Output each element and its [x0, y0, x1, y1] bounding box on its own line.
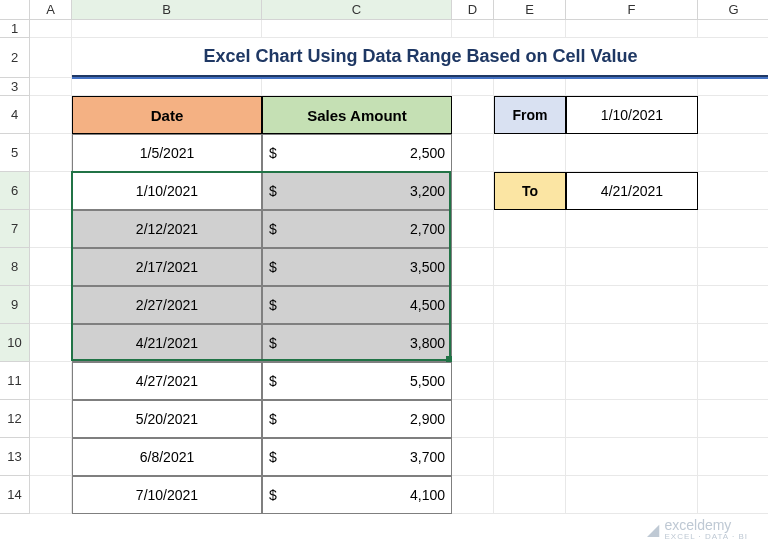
row-header-11[interactable]: 11: [0, 362, 30, 400]
empty-cell[interactable]: [494, 286, 566, 324]
column-header-B[interactable]: B: [72, 0, 262, 20]
empty-cell[interactable]: [30, 20, 72, 38]
empty-cell[interactable]: [698, 476, 768, 514]
empty-cell[interactable]: [698, 400, 768, 438]
table-row-date[interactable]: 4/27/2021: [72, 362, 262, 400]
empty-cell[interactable]: [452, 20, 494, 38]
empty-cell[interactable]: [30, 400, 72, 438]
table-row-date[interactable]: 5/20/2021: [72, 400, 262, 438]
empty-cell[interactable]: [30, 476, 72, 514]
row-header-5[interactable]: 5: [0, 134, 30, 172]
empty-cell[interactable]: [566, 248, 698, 286]
empty-cell[interactable]: [262, 20, 452, 38]
empty-cell[interactable]: [72, 78, 262, 96]
empty-cell[interactable]: [698, 324, 768, 362]
row-header-13[interactable]: 13: [0, 438, 30, 476]
table-row-date[interactable]: 2/12/2021: [72, 210, 262, 248]
row-header-10[interactable]: 10: [0, 324, 30, 362]
empty-cell[interactable]: [494, 210, 566, 248]
table-row-date[interactable]: 2/17/2021: [72, 248, 262, 286]
empty-cell[interactable]: [566, 286, 698, 324]
row-header-7[interactable]: 7: [0, 210, 30, 248]
table-row-amount[interactable]: $3,200: [262, 172, 452, 210]
empty-cell[interactable]: [30, 38, 72, 78]
row-header-12[interactable]: 12: [0, 400, 30, 438]
empty-cell[interactable]: [494, 78, 566, 96]
column-header-F[interactable]: F: [566, 0, 698, 20]
table-row-date[interactable]: 6/8/2021: [72, 438, 262, 476]
empty-cell[interactable]: [30, 134, 72, 172]
empty-cell[interactable]: [698, 210, 768, 248]
empty-cell[interactable]: [566, 20, 698, 38]
table-row-date[interactable]: 1/5/2021: [72, 134, 262, 172]
empty-cell[interactable]: [30, 362, 72, 400]
column-header-E[interactable]: E: [494, 0, 566, 20]
empty-cell[interactable]: [30, 286, 72, 324]
empty-cell[interactable]: [452, 324, 494, 362]
to-input[interactable]: 4/21/2021: [566, 172, 698, 210]
grid-corner[interactable]: [0, 0, 30, 20]
empty-cell[interactable]: [30, 438, 72, 476]
empty-cell[interactable]: [494, 438, 566, 476]
row-header-14[interactable]: 14: [0, 476, 30, 514]
table-row-date[interactable]: 4/21/2021: [72, 324, 262, 362]
table-row-amount[interactable]: $5,500: [262, 362, 452, 400]
empty-cell[interactable]: [452, 286, 494, 324]
from-input[interactable]: 1/10/2021: [566, 96, 698, 134]
row-header-3[interactable]: 3: [0, 78, 30, 96]
column-header-C[interactable]: C: [262, 0, 452, 20]
empty-cell[interactable]: [452, 248, 494, 286]
empty-cell[interactable]: [566, 438, 698, 476]
table-row-amount[interactable]: $3,700: [262, 438, 452, 476]
table-row-amount[interactable]: $2,500: [262, 134, 452, 172]
empty-cell[interactable]: [566, 476, 698, 514]
empty-cell[interactable]: [698, 20, 768, 38]
empty-cell[interactable]: [494, 476, 566, 514]
empty-cell[interactable]: [698, 362, 768, 400]
row-header-1[interactable]: 1: [0, 20, 30, 38]
table-row-amount[interactable]: $3,800: [262, 324, 452, 362]
empty-cell[interactable]: [452, 210, 494, 248]
row-header-9[interactable]: 9: [0, 286, 30, 324]
empty-cell[interactable]: [494, 134, 566, 172]
empty-cell[interactable]: [452, 172, 494, 210]
empty-cell[interactable]: [494, 20, 566, 38]
table-row-amount[interactable]: $4,100: [262, 476, 452, 514]
empty-cell[interactable]: [698, 78, 768, 96]
empty-cell[interactable]: [566, 78, 698, 96]
empty-cell[interactable]: [494, 324, 566, 362]
empty-cell[interactable]: [566, 362, 698, 400]
table-row-amount[interactable]: $2,700: [262, 210, 452, 248]
table-row-amount[interactable]: $2,900: [262, 400, 452, 438]
empty-cell[interactable]: [566, 324, 698, 362]
empty-cell[interactable]: [452, 476, 494, 514]
empty-cell[interactable]: [452, 400, 494, 438]
row-header-8[interactable]: 8: [0, 248, 30, 286]
empty-cell[interactable]: [494, 362, 566, 400]
empty-cell[interactable]: [452, 438, 494, 476]
empty-cell[interactable]: [566, 134, 698, 172]
empty-cell[interactable]: [698, 134, 768, 172]
empty-cell[interactable]: [698, 248, 768, 286]
row-header-6[interactable]: 6: [0, 172, 30, 210]
empty-cell[interactable]: [566, 210, 698, 248]
empty-cell[interactable]: [698, 286, 768, 324]
active-cell[interactable]: 1/10/2021: [72, 172, 262, 210]
column-header-D[interactable]: D: [452, 0, 494, 20]
empty-cell[interactable]: [566, 400, 698, 438]
empty-cell[interactable]: [494, 400, 566, 438]
table-row-date[interactable]: 7/10/2021: [72, 476, 262, 514]
empty-cell[interactable]: [72, 20, 262, 38]
column-header-G[interactable]: G: [698, 0, 768, 20]
empty-cell[interactable]: [30, 324, 72, 362]
empty-cell[interactable]: [30, 210, 72, 248]
empty-cell[interactable]: [262, 78, 452, 96]
empty-cell[interactable]: [30, 96, 72, 134]
empty-cell[interactable]: [494, 248, 566, 286]
empty-cell[interactable]: [698, 172, 768, 210]
table-row-amount[interactable]: $4,500: [262, 286, 452, 324]
empty-cell[interactable]: [452, 134, 494, 172]
empty-cell[interactable]: [30, 78, 72, 96]
empty-cell[interactable]: [30, 172, 72, 210]
row-header-4[interactable]: 4: [0, 96, 30, 134]
